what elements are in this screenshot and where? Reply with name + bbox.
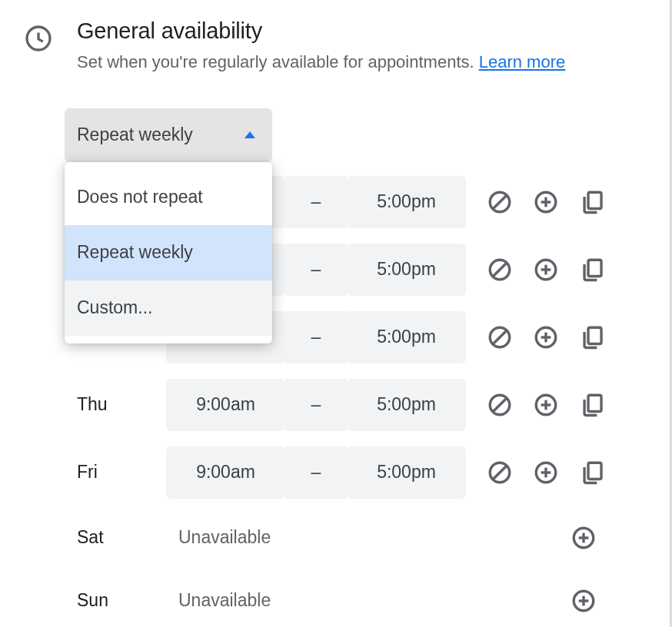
copy-to-all-button[interactable] bbox=[577, 457, 607, 488]
day-label: Fri bbox=[77, 462, 166, 483]
add-slot-button[interactable] bbox=[531, 390, 561, 420]
svg-line-8 bbox=[493, 263, 507, 277]
unavailable-button[interactable] bbox=[484, 390, 515, 420]
unavailable-icon bbox=[487, 257, 513, 283]
unavailable-button[interactable] bbox=[484, 322, 515, 353]
day-row-thu: Thu 9:00am – 5:00pm bbox=[77, 371, 654, 439]
plus-circle-icon bbox=[533, 324, 559, 350]
svg-line-20 bbox=[493, 398, 507, 412]
svg-line-26 bbox=[493, 466, 507, 479]
plus-circle-icon bbox=[571, 525, 597, 551]
add-slot-button[interactable] bbox=[531, 254, 561, 285]
unavailable-icon bbox=[487, 324, 513, 350]
copy-icon bbox=[579, 324, 605, 350]
section-subtitle: Set when you're regularly available for … bbox=[77, 50, 654, 75]
copy-to-all-button[interactable] bbox=[577, 322, 607, 353]
repeat-option-custom[interactable]: Custom... bbox=[65, 280, 272, 336]
copy-to-all-button[interactable] bbox=[577, 390, 607, 420]
day-label: Thu bbox=[77, 394, 166, 415]
plus-circle-icon bbox=[533, 257, 559, 283]
end-time-input[interactable]: 5:00pm bbox=[347, 176, 466, 228]
svg-rect-6 bbox=[588, 192, 601, 208]
copy-to-all-button[interactable] bbox=[577, 187, 607, 217]
day-row-fri: Fri 9:00am – 5:00pm bbox=[77, 439, 654, 506]
add-slot-button[interactable] bbox=[531, 457, 561, 488]
day-label: Sat bbox=[77, 527, 166, 548]
add-slot-button[interactable] bbox=[531, 322, 561, 353]
unavailable-button[interactable] bbox=[484, 254, 515, 285]
unavailable-icon bbox=[487, 392, 513, 418]
unavailable-label: Unavailable bbox=[166, 590, 271, 611]
time-range-dash: – bbox=[285, 311, 347, 363]
start-time-input[interactable]: 9:00am bbox=[166, 446, 285, 499]
plus-circle-icon bbox=[533, 189, 559, 215]
repeat-option-does-not-repeat[interactable]: Does not repeat bbox=[65, 170, 272, 225]
repeat-dropdown-menu: Does not repeat Repeat weekly Custom... bbox=[65, 162, 272, 343]
end-time-input[interactable]: 5:00pm bbox=[347, 311, 466, 363]
end-time-input[interactable]: 5:00pm bbox=[347, 379, 466, 431]
svg-rect-12 bbox=[588, 260, 601, 276]
plus-circle-icon bbox=[533, 392, 559, 418]
svg-rect-30 bbox=[588, 463, 601, 479]
unavailable-icon bbox=[487, 459, 513, 486]
svg-rect-24 bbox=[588, 395, 601, 411]
end-time-input[interactable]: 5:00pm bbox=[347, 244, 466, 296]
section-title: General availability bbox=[77, 18, 654, 44]
day-row-sun: Sun Unavailable bbox=[77, 569, 654, 627]
time-range-dash: – bbox=[285, 244, 347, 296]
time-range-dash: – bbox=[285, 379, 347, 431]
copy-to-all-button[interactable] bbox=[577, 254, 607, 285]
time-range-dash: – bbox=[285, 446, 347, 499]
end-time-input[interactable]: 5:00pm bbox=[347, 446, 466, 499]
copy-icon bbox=[579, 459, 605, 486]
plus-circle-icon bbox=[533, 459, 559, 486]
unavailable-icon bbox=[487, 189, 513, 215]
repeat-dropdown[interactable]: Repeat weekly bbox=[65, 108, 272, 162]
clock-icon bbox=[23, 43, 54, 56]
repeat-option-repeat-weekly[interactable]: Repeat weekly bbox=[65, 225, 272, 280]
learn-more-link[interactable]: Learn more bbox=[479, 52, 566, 71]
unavailable-button[interactable] bbox=[484, 457, 515, 488]
add-slot-button[interactable] bbox=[568, 586, 599, 616]
unavailable-button[interactable] bbox=[484, 187, 515, 217]
repeat-dropdown-label: Repeat weekly bbox=[77, 124, 193, 145]
chevron-up-icon bbox=[245, 131, 255, 138]
add-slot-button[interactable] bbox=[568, 522, 599, 553]
subtitle-text: Set when you're regularly available for … bbox=[77, 52, 479, 71]
add-slot-button[interactable] bbox=[531, 187, 561, 217]
svg-line-2 bbox=[493, 195, 507, 209]
time-range-dash: – bbox=[285, 176, 347, 228]
svg-line-14 bbox=[493, 330, 507, 344]
copy-icon bbox=[579, 257, 605, 283]
unavailable-label: Unavailable bbox=[166, 527, 271, 548]
copy-icon bbox=[579, 189, 605, 215]
copy-icon bbox=[579, 392, 605, 418]
svg-rect-18 bbox=[588, 327, 601, 343]
plus-circle-icon bbox=[571, 588, 597, 614]
start-time-input[interactable]: 9:00am bbox=[166, 379, 285, 431]
day-row-sat: Sat Unavailable bbox=[77, 506, 654, 569]
day-label: Sun bbox=[77, 590, 166, 611]
